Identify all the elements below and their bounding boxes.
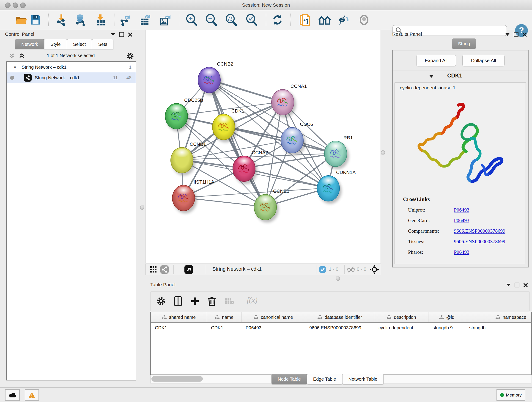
export-table-button[interactable] (138, 13, 153, 27)
float-panel-icon[interactable] (515, 283, 519, 287)
delete-column-button[interactable] (206, 295, 218, 307)
tab-string[interactable]: String (452, 38, 476, 49)
refresh-view-button[interactable] (270, 13, 285, 27)
zoom-out-button[interactable] (204, 13, 219, 27)
network-node-CDC6[interactable] (281, 127, 304, 153)
tab-edge-table[interactable]: Edge Table (307, 374, 342, 384)
network-view[interactable]: CCNB2CCNA1CDC25BCDK1CDC6RB1CCNB1CCNA2CDK… (145, 30, 381, 263)
crosslink-link[interactable]: 9606.ENSP00000378699 (454, 239, 505, 245)
table-options-button[interactable] (155, 295, 167, 307)
panel-menu-icon[interactable] (505, 33, 510, 36)
panel-menu-icon[interactable] (506, 284, 510, 286)
left-splitter-handle[interactable] (140, 205, 144, 210)
panel-menu-icon[interactable] (111, 33, 115, 36)
crosslink-row: Pharos:P06493 (403, 247, 505, 257)
network-node-RB1[interactable] (324, 141, 347, 167)
column-header-name[interactable]: name (207, 312, 241, 322)
gene-section-header[interactable]: CDK1 (393, 71, 528, 82)
network-node-CCNB1[interactable] (171, 147, 193, 173)
function-builder-button[interactable]: f(x) (247, 296, 258, 304)
add-column-button[interactable] (189, 295, 201, 307)
node-table[interactable]: shared namenamecanonical namedatabase id… (150, 312, 532, 375)
collapse-triangle-icon[interactable] (429, 75, 433, 78)
bottom-splitter-handle[interactable] (336, 276, 340, 281)
right-splitter-handle[interactable] (381, 150, 385, 155)
crosslink-label: Uniprot: (403, 207, 454, 213)
open-session-button[interactable] (14, 13, 29, 27)
hidden-items-button[interactable] (346, 265, 356, 274)
import-network-database-button[interactable] (73, 13, 88, 27)
gear-icon[interactable] (126, 52, 134, 60)
hierarchy-icon (495, 315, 500, 319)
gene-name: CDK1 (447, 72, 462, 79)
node-label: HIST1H1A (191, 179, 214, 185)
protein-thumbnail (237, 162, 250, 176)
crosslink-link[interactable]: P06493 (454, 217, 469, 223)
network-node-CCNE1[interactable] (254, 194, 277, 220)
network-node-CCNA2[interactable] (233, 156, 255, 182)
tab-style[interactable]: Style (44, 39, 67, 49)
collapse-all-button[interactable]: Collapse All (462, 55, 505, 66)
float-panel-icon[interactable] (514, 32, 519, 37)
export-network-button[interactable] (118, 13, 133, 27)
network-view-toolbar: String Network – cdk1 1 - 0 0 - 0 (145, 264, 381, 275)
table-panel: Table Panel (145, 280, 532, 387)
cloud-status-button[interactable] (5, 389, 20, 401)
close-panel-icon[interactable] (523, 32, 527, 37)
column-header-namespace[interactable]: namespace (465, 312, 532, 322)
close-panel-icon[interactable] (128, 32, 132, 37)
network-node-HIST1H1A[interactable] (172, 185, 195, 211)
crosslink-link[interactable]: P06493 (454, 249, 469, 255)
double-home-icon (318, 15, 331, 25)
crosslink-link[interactable]: 9606.ENSP00000378699 (454, 228, 505, 234)
detach-view-button[interactable] (184, 265, 194, 274)
zoom-in-button[interactable] (184, 13, 199, 27)
tab-network-table[interactable]: Network Table (342, 374, 384, 384)
network-row[interactable]: String Network – cdk1 11 48 (7, 72, 136, 83)
network-node-CCNA1[interactable] (271, 89, 294, 115)
fit-content-button[interactable] (370, 265, 379, 274)
column-header-database-identifier[interactable]: database identifier (305, 312, 374, 322)
duplicate-network-button[interactable] (298, 13, 313, 27)
string-app-icon (24, 74, 32, 82)
float-panel-icon[interactable] (119, 32, 124, 37)
save-session-button[interactable] (28, 13, 43, 27)
import-network-file-button[interactable] (54, 13, 69, 27)
network-collection-row[interactable]: ▼ String Network – cdk1 1 (7, 62, 136, 72)
show-columns-button[interactable] (172, 295, 184, 307)
tab-select[interactable]: Select (67, 39, 92, 49)
column-header-shared-name[interactable]: shared name (151, 312, 207, 322)
network-node-CDKN1A[interactable] (317, 175, 340, 201)
show-view-button[interactable] (356, 13, 372, 27)
close-panel-icon[interactable] (524, 283, 528, 287)
expand-all-button[interactable]: Expand All (416, 55, 456, 66)
crosslink-link[interactable]: P06493 (454, 207, 469, 213)
clear-table-button[interactable] (223, 295, 236, 307)
hide-labels-button[interactable] (336, 13, 351, 27)
zoom-selected-button[interactable] (244, 13, 259, 27)
import-table-button[interactable] (93, 13, 108, 27)
column-header-canonical-name[interactable]: canonical name (241, 312, 305, 322)
column-header--id[interactable]: @id (428, 312, 465, 322)
export-image-button[interactable] (157, 13, 172, 27)
network-node-CDC25B[interactable] (165, 103, 188, 129)
crosslink-label: Compartments: (403, 228, 454, 234)
tab-network[interactable]: Network (15, 39, 44, 49)
birdseye-view-button[interactable] (149, 265, 158, 274)
tab-node-table[interactable]: Node Table (272, 374, 307, 384)
memory-button[interactable]: Memory (496, 389, 525, 401)
warnings-button[interactable] (25, 389, 39, 401)
column-header-description[interactable]: description (374, 312, 428, 322)
network-node-CDK1[interactable] (212, 114, 235, 140)
zoom-fit-button[interactable] (224, 13, 239, 27)
table-row[interactable]: CDK1CDK1P064939606.ENSP00000378699cyclin… (151, 323, 531, 333)
network-node-CCNB2[interactable] (198, 67, 221, 93)
tab-sets[interactable]: Sets (92, 39, 114, 49)
network-edges[interactable] (146, 30, 380, 263)
selected-items-button[interactable] (318, 265, 327, 274)
scrollbar-thumb[interactable] (152, 376, 203, 382)
eye-icon (358, 14, 370, 26)
collapse-triangle-icon[interactable]: ▼ (13, 65, 17, 69)
string-settings-button[interactable] (317, 13, 332, 27)
string-network-button[interactable] (160, 265, 169, 274)
